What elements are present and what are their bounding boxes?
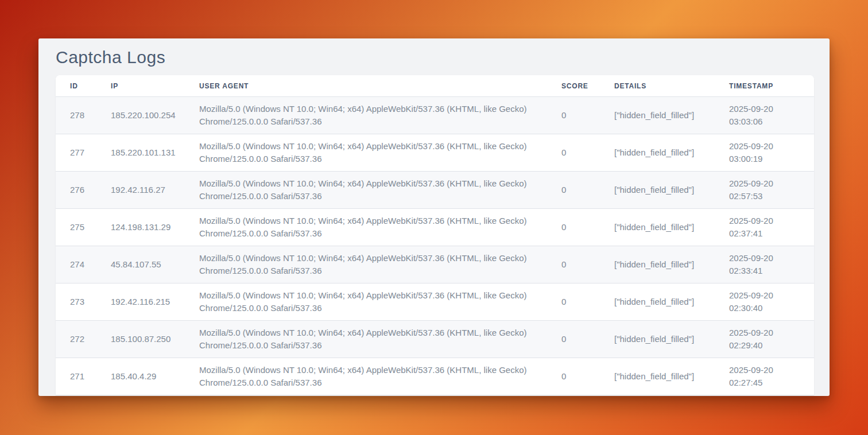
cell-user-agent: Mozilla/5.0 (Windows NT 10.0; Win64; x64…	[185, 97, 547, 134]
cell-details: ["hidden_field_filled"]	[600, 97, 715, 134]
cell-score: 0	[547, 172, 600, 209]
cell-ip: 124.198.131.29	[96, 209, 185, 246]
column-header-id: ID	[56, 75, 96, 97]
cell-id: 276	[56, 172, 96, 209]
cell-details: ["hidden_field_filled"]	[600, 134, 715, 172]
cell-score: 0	[547, 209, 600, 246]
cell-user-agent: Mozilla/5.0 (Windows NT 10.0; Win64; x64…	[185, 246, 547, 283]
cell-id: 277	[56, 134, 96, 172]
cell-timestamp: 2025-09-20 02:29:40	[715, 321, 814, 358]
cell-ip: 185.100.87.250	[96, 321, 185, 358]
cell-timestamp: 2025-09-20 03:00:19	[715, 134, 814, 172]
table-head-row: IDIPUSER AGENTSCOREDETAILSTIMESTAMP	[56, 75, 814, 97]
cell-timestamp: 2025-09-20 02:30:40	[715, 283, 814, 321]
cell-user-agent: Mozilla/5.0 (Windows NT 10.0; Win64; x64…	[185, 172, 547, 209]
cell-id: 272	[56, 321, 96, 358]
cell-details: ["hidden_field_filled"]	[600, 246, 715, 283]
captcha-logs-card: Captcha Logs IDIPUSER AGENTSCOREDETAILST…	[38, 38, 830, 396]
cell-user-agent: Mozilla/5.0 (Windows NT 10.0; Win64; x64…	[185, 134, 547, 172]
cell-details: ["hidden_field_filled"]	[600, 321, 715, 358]
table-row: 277185.220.101.131Mozilla/5.0 (Windows N…	[56, 134, 814, 172]
cell-score: 0	[547, 283, 600, 321]
cell-id: 278	[56, 97, 96, 134]
cell-ip: 192.42.116.215	[96, 283, 185, 321]
table-row: 271185.40.4.29Mozilla/5.0 (Windows NT 10…	[56, 358, 814, 395]
table-row: 278185.220.100.254Mozilla/5.0 (Windows N…	[56, 97, 814, 134]
cell-details: ["hidden_field_filled"]	[600, 358, 715, 395]
table-header: IDIPUSER AGENTSCOREDETAILSTIMESTAMP	[56, 75, 814, 97]
table-row: 27445.84.107.55Mozilla/5.0 (Windows NT 1…	[56, 246, 814, 283]
cell-timestamp: 2025-09-20 02:33:41	[715, 246, 814, 283]
cell-score: 0	[547, 134, 600, 172]
cell-details: ["hidden_field_filled"]	[600, 172, 715, 209]
captcha-logs-table: IDIPUSER AGENTSCOREDETAILSTIMESTAMP 2781…	[56, 75, 814, 395]
cell-score: 0	[547, 358, 600, 395]
column-header-ip: IP	[96, 75, 185, 97]
page-title: Captcha Logs	[56, 48, 814, 67]
cell-timestamp: 2025-09-20 02:57:53	[715, 172, 814, 209]
cell-ip: 185.220.101.131	[96, 134, 185, 172]
cell-id: 273	[56, 283, 96, 321]
table-container: IDIPUSER AGENTSCOREDETAILSTIMESTAMP 2781…	[56, 75, 814, 395]
table-row: 272185.100.87.250Mozilla/5.0 (Windows NT…	[56, 321, 814, 358]
cell-ip: 192.42.116.27	[96, 172, 185, 209]
table-row: 275124.198.131.29Mozilla/5.0 (Windows NT…	[56, 209, 814, 246]
table-row: 276192.42.116.27Mozilla/5.0 (Windows NT …	[56, 172, 814, 209]
cell-id: 275	[56, 209, 96, 246]
cell-user-agent: Mozilla/5.0 (Windows NT 10.0; Win64; x64…	[185, 321, 547, 358]
cell-user-agent: Mozilla/5.0 (Windows NT 10.0; Win64; x64…	[185, 209, 547, 246]
cell-score: 0	[547, 246, 600, 283]
cell-score: 0	[547, 97, 600, 134]
cell-timestamp: 2025-09-20 03:03:06	[715, 97, 814, 134]
cell-details: ["hidden_field_filled"]	[600, 209, 715, 246]
column-header-score: SCORE	[547, 75, 600, 97]
table-row: 273192.42.116.215Mozilla/5.0 (Windows NT…	[56, 283, 814, 321]
cell-id: 271	[56, 358, 96, 395]
cell-timestamp: 2025-09-20 02:37:41	[715, 209, 814, 246]
column-header-user-agent: USER AGENT	[185, 75, 547, 97]
table-body: 278185.220.100.254Mozilla/5.0 (Windows N…	[56, 97, 814, 395]
cell-ip: 45.84.107.55	[96, 246, 185, 283]
cell-user-agent: Mozilla/5.0 (Windows NT 10.0; Win64; x64…	[185, 283, 547, 321]
desktop-background: { "page": { "title": "Captcha Logs" }, "…	[0, 0, 868, 435]
cell-user-agent: Mozilla/5.0 (Windows NT 10.0; Win64; x64…	[185, 358, 547, 395]
cell-timestamp: 2025-09-20 02:27:45	[715, 358, 814, 395]
column-header-details: DETAILS	[600, 75, 715, 97]
cell-details: ["hidden_field_filled"]	[600, 283, 715, 321]
cell-id: 274	[56, 246, 96, 283]
cell-ip: 185.40.4.29	[96, 358, 185, 395]
cell-ip: 185.220.100.254	[96, 97, 185, 134]
cell-score: 0	[547, 321, 600, 358]
column-header-timestamp: TIMESTAMP	[715, 75, 814, 97]
